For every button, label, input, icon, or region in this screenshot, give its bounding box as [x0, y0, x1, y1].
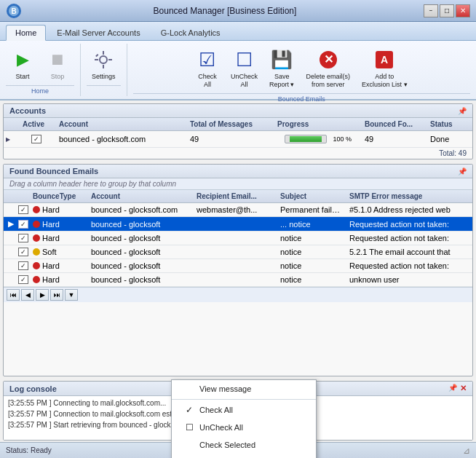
row-smtp-4: Requested action not taken:: [345, 261, 472, 271]
account-name: bounced - glocksoft.com: [55, 134, 186, 144]
tab-analytics[interactable]: G-Lock Analytics: [151, 25, 230, 40]
check-all-button[interactable]: ☑ CheckAll: [191, 45, 224, 92]
row-account-0: bounced - glocksoft.com: [87, 205, 192, 215]
save-report-button[interactable]: 💾 SaveReport ▾: [264, 45, 300, 92]
uncheck-all-button[interactable]: ☐ UnCheckAll: [226, 45, 263, 92]
minimize-button[interactable]: −: [424, 4, 438, 17]
ctx-uncheck-selected[interactable]: UnCheck Selected: [172, 454, 316, 458]
log-pin-icon[interactable]: 📌: [448, 384, 457, 393]
bounced-scroll-area[interactable]: ✓ Hard bounced - glocksoft.com webmaster…: [4, 203, 472, 287]
stop-label: Stop: [51, 73, 65, 81]
row-checkbox-1[interactable]: ✓: [18, 219, 28, 229]
home-group-label: Home: [6, 85, 74, 96]
row-type-0: Hard: [28, 205, 87, 215]
col-arrow: [4, 119, 18, 129]
row-smtp-1: Requested action not taken:: [345, 219, 472, 229]
add-to-exclusion-button[interactable]: A Add toExclusion List ▾: [357, 45, 413, 92]
context-menu: View message ✓ Check All ☐ UnCheck All C…: [171, 379, 317, 458]
type-label-0: Hard: [42, 205, 60, 214]
col-b-type: BounceType: [28, 192, 87, 201]
dot-red-icon: [33, 234, 40, 242]
row-indicator-4: [4, 265, 18, 266]
tab-email-server[interactable]: E-Mail Server Accounts: [47, 25, 149, 40]
ctx-check-selected[interactable]: Check Selected: [172, 436, 316, 454]
ctx-check-all[interactable]: ✓ Check All: [172, 401, 316, 419]
dot-red-icon: [33, 262, 40, 269]
maximize-button[interactable]: □: [440, 4, 454, 17]
nav-prev[interactable]: ◀: [21, 289, 34, 301]
svg-rect-5: [103, 65, 104, 68]
bounced-row[interactable]: ▶ ✓ Hard bounced - glocksoft ... notice …: [4, 217, 472, 232]
ctx-check-sel-icon: [183, 439, 195, 451]
row-recipient-4: [192, 265, 276, 266]
window-controls[interactable]: − □ ✕: [424, 4, 470, 17]
bounced-row[interactable]: ✓ Hard bounced - glocksoft notice unknow…: [4, 273, 472, 287]
row-recipient-3: [192, 251, 276, 253]
row-checkbox-3[interactable]: ✓: [18, 247, 28, 257]
bounced-row[interactable]: ✓ Soft bounced - glocksoft notice 5.2.1 …: [4, 245, 472, 259]
total-messages: 49: [186, 134, 273, 144]
stop-button[interactable]: ⏹ Stop: [41, 45, 74, 84]
nav-filter[interactable]: ▼: [65, 289, 78, 301]
col-account: Account: [55, 119, 186, 129]
bounced-pin-icon[interactable]: 📌: [458, 167, 467, 175]
close-button[interactable]: ✕: [456, 4, 470, 17]
progress-cell: 100 %: [273, 133, 360, 146]
bounced-row[interactable]: ✓ Hard bounced - glocksoft notice Reques…: [4, 232, 472, 245]
ctx-view-message[interactable]: View message: [172, 380, 316, 398]
row-checkbox-5[interactable]: ✓: [18, 275, 28, 285]
bounced-row[interactable]: ✓ Hard bounced - glocksoft.com webmaster…: [4, 203, 472, 217]
svg-text:B: B: [11, 7, 16, 15]
check-all-label: CheckAll: [198, 73, 217, 89]
active-checkbox[interactable]: ✓: [31, 135, 41, 143]
col-progress: Progress: [273, 119, 360, 129]
row-arrow: ▶: [4, 135, 12, 143]
stop-icon: ⏹: [46, 48, 69, 71]
bounced-group-label: Bounced Emails: [133, 93, 470, 104]
svg-rect-6: [95, 59, 98, 60]
row-indicator-0: [4, 209, 18, 210]
ribbon-group-bounced: ☑ CheckAll ☐ UnCheckAll 💾 SaveReport ▾ ✕…: [127, 44, 476, 96]
row-checkbox-0[interactable]: ✓: [18, 205, 28, 215]
active-cell[interactable]: ✓: [18, 134, 55, 144]
svg-text:A: A: [381, 54, 388, 66]
ctx-sep-1: [172, 399, 316, 400]
ribbon: ▶ Start ⏹ Stop Home: [0, 41, 476, 100]
row-recipient-2: [192, 237, 276, 239]
log-close-icon[interactable]: ✕: [460, 384, 467, 393]
nav-first[interactable]: ⏮: [7, 289, 20, 301]
accounts-row[interactable]: ▶ ✓ bounced - glocksoft.com 49 100 % 49 …: [4, 131, 472, 148]
app-logo: B: [6, 3, 22, 19]
nav-next[interactable]: ▶: [36, 289, 49, 301]
dot-yellow-icon: [33, 248, 40, 256]
exclusion-label: Add toExclusion List ▾: [362, 73, 408, 89]
svg-rect-7: [108, 59, 112, 60]
accounts-table-header: Active Account Total of Messages Progres…: [4, 118, 472, 131]
settings-button[interactable]: Settings: [87, 45, 121, 84]
status-badge: Done: [426, 134, 476, 144]
ctx-check-all-label: Check All: [199, 406, 233, 414]
settings-group-label: [87, 85, 121, 96]
row-checkbox-2[interactable]: ✓: [18, 233, 28, 243]
row-checkbox-4[interactable]: ✓: [18, 261, 28, 271]
resize-grip[interactable]: ⊿: [463, 446, 470, 456]
log-title: Log console: [9, 384, 57, 393]
pin-icon[interactable]: 📌: [458, 107, 467, 115]
row-type-2: Hard: [28, 233, 87, 243]
row-type-3: Soft: [28, 247, 87, 257]
bounced-buttons: ☑ CheckAll ☐ UnCheckAll 💾 SaveReport ▾ ✕…: [191, 44, 413, 93]
bounced-row[interactable]: ✓ Hard bounced - glocksoft notice Reques…: [4, 259, 472, 273]
tab-home[interactable]: Home: [6, 25, 46, 41]
accounts-title: Accounts: [9, 106, 46, 115]
view-icon: [183, 383, 195, 395]
row-indicator-3: [4, 251, 18, 253]
start-icon: ▶: [11, 48, 34, 71]
nav-last[interactable]: ⏭: [50, 289, 63, 301]
ribbon-tabs: Home E-Mail Server Accounts G-Lock Analy…: [0, 22, 476, 41]
col-total: Total of Messages: [186, 119, 273, 129]
row-account-4: bounced - glocksoft: [87, 261, 192, 271]
row-type-4: Hard: [28, 261, 87, 271]
ctx-uncheck-all[interactable]: ☐ UnCheck All: [172, 419, 316, 436]
delete-from-server-button[interactable]: ✕ Delete email(s)from server: [301, 45, 356, 92]
start-button[interactable]: ▶ Start: [6, 45, 39, 84]
